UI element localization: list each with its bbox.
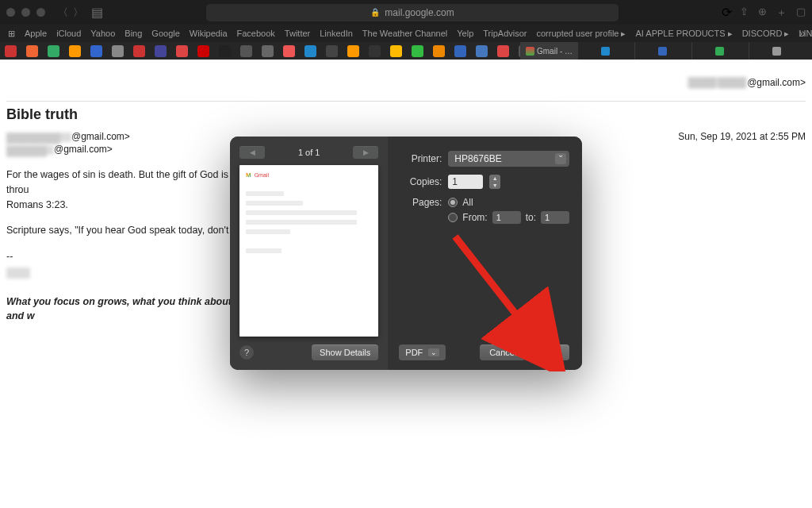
nav-back-forward[interactable]: 〈 〉 [58, 6, 83, 20]
favicon[interactable] [304, 45, 316, 57]
redacted-signature [6, 267, 30, 279]
bookmark-item[interactable]: Google [151, 29, 179, 38]
favicon[interactable] [197, 45, 209, 57]
reload-icon[interactable]: ⟳ [722, 5, 732, 20]
print-dialog: ◀ 1 of 1 ▶ Gmail ? Show Details Printer:… [230, 137, 582, 370]
show-details-button[interactable]: Show Details [312, 344, 378, 360]
back-icon[interactable]: 〈 [58, 6, 68, 20]
print-options-pane: Printer: HP8676BE Copies: 1 ▲▼ Pages: Al… [388, 137, 582, 370]
favicon[interactable] [326, 45, 338, 57]
favicon[interactable] [133, 45, 145, 57]
tab-gmail[interactable]: Gmail - … [520, 42, 577, 60]
favicon[interactable] [240, 45, 252, 57]
tab-strip: Gmail - … [520, 42, 806, 60]
printer-select[interactable]: HP8676BE [448, 151, 569, 167]
tab-other[interactable] [749, 42, 806, 60]
favicon[interactable] [262, 45, 274, 57]
pages-range-radio[interactable] [448, 213, 458, 222]
help-button[interactable]: ? [239, 345, 254, 360]
print-button[interactable]: Print [532, 344, 569, 360]
favicon[interactable] [283, 45, 295, 57]
bookmark-item[interactable]: LinkedIn [320, 29, 353, 38]
favicon[interactable] [69, 45, 81, 57]
toolbar-right-icons: ⇧ ⊕ ＋ ▢ [740, 6, 806, 20]
bookmark-item[interactable]: TripAdvisor [483, 29, 527, 38]
favicon[interactable] [48, 45, 59, 57]
print-preview-pane: ◀ 1 of 1 ▶ Gmail ? Show Details [230, 137, 388, 370]
favicon[interactable] [433, 45, 445, 57]
bookmarks-menu-icon[interactable]: ⊞ [8, 29, 15, 39]
tab-other[interactable] [577, 42, 634, 60]
copies-input[interactable]: 1 [448, 175, 483, 189]
address-bar[interactable]: 🔒 mail.google.com [206, 4, 619, 21]
favicon[interactable] [412, 45, 423, 57]
cancel-button[interactable]: Cancel [480, 344, 526, 360]
download-icon[interactable]: ⊕ [758, 6, 767, 20]
lock-icon: 🔒 [370, 8, 380, 17]
page-preview: Gmail [239, 165, 378, 337]
favicon[interactable] [390, 45, 402, 57]
email-subject: Bible truth [6, 106, 806, 123]
printer-label: Printer: [399, 153, 442, 164]
bookmark-item[interactable]: Facebook [237, 29, 275, 38]
preview-brand: Gmail [246, 171, 372, 179]
bookmark-item[interactable]: corrupted user profile ▸ [537, 29, 626, 39]
favicon[interactable] [112, 45, 124, 57]
favicon[interactable] [176, 45, 188, 57]
divider [6, 101, 806, 102]
tabs-icon[interactable]: ▢ [796, 6, 806, 20]
prev-page-button[interactable]: ◀ [239, 146, 265, 159]
browser-titlebar: 〈 〉 ▤ 🔒 mail.google.com ⟳ ⇧ ⊕ ＋ ▢ [0, 0, 812, 25]
favicon[interactable] [26, 45, 38, 57]
bookmark-item[interactable]: Yelp [457, 29, 473, 38]
favicon[interactable] [5, 45, 17, 57]
redacted-name: ████ ████ [688, 77, 747, 88]
copies-label: Copies: [399, 176, 442, 187]
pages-all-label: All [462, 197, 473, 208]
header-recipient: ████ ████@gmail.com> [6, 77, 806, 88]
bookmarks-bar: ⊞ Apple iCloud Yahoo Bing Google Wikiped… [0, 25, 812, 42]
bookmark-item[interactable]: Bing [124, 29, 142, 38]
bookmark-item[interactable]: Apple [25, 29, 47, 38]
favicon[interactable] [219, 45, 231, 57]
pages-from-label: From: [462, 212, 487, 223]
favicon[interactable] [347, 45, 359, 57]
tab-other[interactable] [634, 42, 691, 60]
email-date: Sun, Sep 19, 2021 at 2:55 PM [678, 131, 806, 142]
page-counter: 1 of 1 [298, 148, 320, 157]
pages-to-label: to: [526, 212, 536, 223]
pages-from-input[interactable]: 1 [492, 211, 521, 224]
forward-icon[interactable]: 〉 [73, 6, 83, 20]
pages-label: Pages: [399, 197, 442, 208]
newtab-icon[interactable]: ＋ [776, 6, 787, 20]
favicon[interactable] [454, 45, 466, 57]
bookmarks-overflow-icon[interactable]: » [799, 26, 806, 40]
sidebar-icon[interactable]: ▤ [91, 5, 103, 20]
favorites-row: Gmail - … [0, 42, 812, 60]
favicon[interactable] [476, 45, 488, 57]
window-traffic-lights[interactable] [6, 8, 45, 17]
bookmark-item[interactable]: Twitter [285, 29, 310, 38]
address-bar-wrap: 🔒 mail.google.com [111, 4, 714, 21]
next-page-button[interactable]: ▶ [353, 146, 378, 159]
tab-other[interactable] [691, 42, 749, 60]
share-icon[interactable]: ⇧ [740, 6, 749, 20]
favicon[interactable] [497, 45, 509, 57]
pages-all-radio[interactable] [448, 198, 458, 207]
bookmark-item[interactable]: The Weather Channel [362, 29, 447, 38]
bookmark-item[interactable]: DISCORD ▸ [742, 29, 790, 39]
pages-to-input[interactable]: 1 [541, 211, 569, 224]
bookmark-item[interactable]: AI APPLE PRODUCTS ▸ [636, 29, 733, 39]
copies-stepper[interactable]: ▲▼ [489, 175, 500, 189]
favicon[interactable] [369, 45, 381, 57]
favicon[interactable] [155, 45, 167, 57]
bookmark-item[interactable]: Yahoo [90, 29, 115, 38]
pdf-dropdown[interactable]: PDF [399, 344, 446, 360]
url-text: mail.google.com [385, 7, 454, 18]
bookmark-item[interactable]: Wikipedia [190, 29, 228, 38]
favicon[interactable] [90, 45, 102, 57]
bookmark-item[interactable]: iCloud [56, 29, 81, 38]
